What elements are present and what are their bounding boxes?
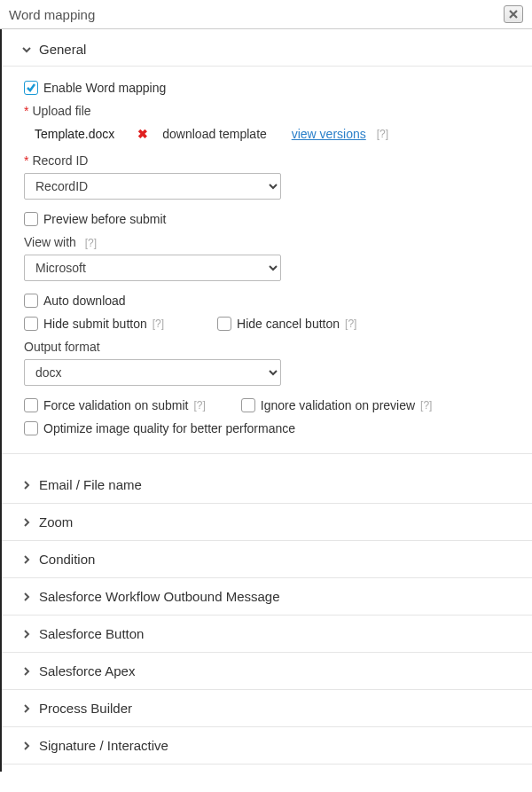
hide-submit-checkbox[interactable] [24, 317, 38, 331]
section-title: Process Builder [39, 701, 132, 716]
collapsed-sections: Email / File name Zoom Condition Salesfo… [2, 467, 532, 765]
optimize-checkbox[interactable] [24, 421, 38, 435]
section-header-sf-workflow[interactable]: Salesforce Workflow Outbound Message [2, 578, 532, 616]
chevron-right-icon [21, 592, 32, 602]
dialog-title: Word mapping [9, 7, 95, 22]
force-validation-checkbox[interactable] [24, 398, 38, 412]
close-icon [509, 7, 518, 21]
record-id-select[interactable]: RecordID [24, 173, 281, 200]
chevron-down-icon [21, 44, 32, 55]
hide-cancel-checkbox[interactable] [217, 317, 231, 331]
view-with-select[interactable]: Microsoft [24, 255, 281, 281]
chevron-right-icon [21, 666, 32, 677]
section-title: Zoom [39, 514, 73, 529]
preview-checkbox[interactable] [24, 212, 38, 226]
titlebar: Word mapping [0, 0, 532, 29]
section-title: Salesforce Button [39, 626, 144, 641]
validation-row: Force validation on submit [?] Ignore va… [24, 398, 514, 412]
record-id-label: *Record ID [24, 153, 514, 168]
enable-label[interactable]: Enable Word mapping [43, 81, 166, 95]
section-header-general[interactable]: General [2, 29, 532, 67]
panel: General Enable Word mapping *Upload file… [0, 29, 532, 772]
hide-buttons-row: Hide submit button [?] Hide cancel butto… [24, 317, 514, 331]
view-with-label: View with [?] [24, 235, 514, 249]
section-title: Condition [39, 552, 95, 567]
output-format-select[interactable]: docx [24, 359, 281, 386]
section-title: Salesforce Apex [39, 663, 135, 678]
help-icon[interactable]: [?] [193, 399, 205, 412]
upload-file-row: Template.docx ✖ download template view v… [24, 123, 514, 146]
required-marker: * [24, 104, 28, 118]
ignore-validation-label[interactable]: Ignore validation on preview [261, 398, 415, 412]
hide-cancel-label[interactable]: Hide cancel button [237, 317, 340, 331]
filename: Template.docx [35, 127, 114, 141]
chevron-right-icon [21, 703, 32, 714]
help-icon[interactable]: [?] [345, 318, 356, 330]
section-title: Signature / Interactive [39, 738, 168, 753]
section-header-sf-button[interactable]: Salesforce Button [2, 616, 532, 653]
section-header-zoom[interactable]: Zoom [2, 504, 532, 541]
upload-file-label: *Upload file [24, 104, 514, 118]
enable-checkbox[interactable] [24, 81, 38, 95]
optimize-label[interactable]: Optimize image quality for better perfor… [43, 421, 295, 435]
help-icon[interactable]: [?] [153, 318, 164, 330]
chevron-right-icon [21, 480, 32, 490]
required-marker: * [24, 153, 28, 168]
download-template-link[interactable]: download template [162, 127, 267, 141]
chevron-right-icon [21, 741, 32, 751]
auto-download-checkbox[interactable] [24, 294, 38, 308]
section-title: Salesforce Workflow Outbound Message [39, 589, 280, 604]
section-title: General [39, 42, 86, 57]
optimize-row: Optimize image quality for better perfor… [24, 421, 514, 435]
view-versions-link[interactable]: view versions [292, 127, 366, 141]
chevron-right-icon [21, 554, 32, 565]
chevron-right-icon [21, 517, 32, 528]
preview-row: Preview before submit [24, 212, 514, 226]
help-icon[interactable]: [?] [420, 399, 432, 412]
help-icon[interactable]: [?] [377, 128, 388, 140]
section-header-condition[interactable]: Condition [2, 541, 532, 578]
help-icon[interactable]: [?] [85, 237, 97, 249]
section-header-signature[interactable]: Signature / Interactive [2, 727, 532, 765]
enable-row: Enable Word mapping [24, 81, 514, 95]
force-validation-label[interactable]: Force validation on submit [43, 398, 188, 412]
hide-submit-label[interactable]: Hide submit button [43, 317, 147, 331]
ignore-validation-checkbox[interactable] [241, 398, 255, 412]
auto-download-label[interactable]: Auto download [43, 294, 126, 308]
preview-label[interactable]: Preview before submit [43, 212, 167, 226]
section-title: Email / File name [39, 477, 142, 492]
section-header-sf-apex[interactable]: Salesforce Apex [2, 653, 532, 690]
section-header-email[interactable]: Email / File name [2, 467, 532, 504]
section-body-general: Enable Word mapping *Upload file Templat… [2, 67, 532, 454]
output-format-label: Output format [24, 340, 514, 354]
section-header-process-builder[interactable]: Process Builder [2, 690, 532, 727]
chevron-right-icon [21, 629, 32, 639]
remove-file-icon[interactable]: ✖ [137, 127, 148, 141]
auto-download-row: Auto download [24, 294, 514, 308]
close-button[interactable] [504, 5, 523, 23]
